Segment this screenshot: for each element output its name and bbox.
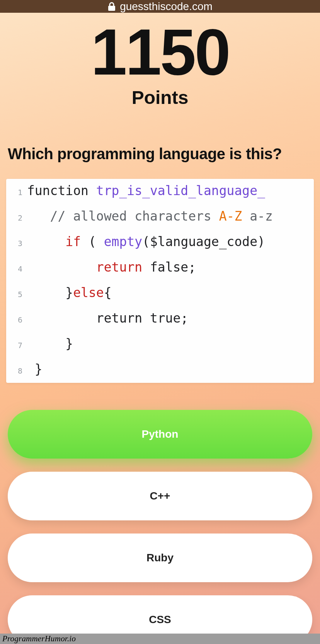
line-number: 8 — [6, 357, 27, 383]
answer-button[interactable]: Ruby — [8, 534, 312, 582]
code-line: 7 } — [6, 332, 314, 357]
code-line: 5 }else{ — [6, 281, 314, 306]
code-snippet: 1function trp_is_valid_language_2 // all… — [6, 179, 314, 383]
svg-rect-0 — [108, 6, 115, 11]
line-number: 7 — [6, 332, 27, 357]
lock-icon — [107, 2, 116, 11]
code-line: 8 } — [6, 357, 314, 383]
line-number: 6 — [6, 306, 27, 332]
code-line: 6 return true; — [6, 306, 314, 332]
line-number: 4 — [6, 255, 27, 281]
code-content: if ( empty($language_code) — [27, 230, 314, 255]
code-content: return true; — [27, 306, 314, 332]
code-content: } — [27, 332, 314, 357]
answer-button[interactable]: Python — [8, 410, 312, 459]
answer-button[interactable]: C++ — [8, 472, 312, 520]
code-line: 4 return false; — [6, 255, 314, 281]
line-number: 1 — [6, 179, 27, 204]
watermark: ProgrammerHumor.io — [0, 634, 320, 644]
code-content: // allowed characters A-Z a-z — [27, 204, 314, 230]
browser-address-bar[interactable]: guessthiscode.com — [0, 0, 320, 13]
answer-list: PythonC++RubyCSS — [6, 410, 314, 644]
code-line: 3 if ( empty($language_code) — [6, 230, 314, 255]
code-content: }else{ — [27, 281, 314, 306]
page-content: 1150 Points Which programming language i… — [0, 13, 320, 644]
code-line: 2 // allowed characters A-Z a-z — [6, 204, 314, 230]
line-number: 3 — [6, 230, 27, 255]
score-value: 1150 — [6, 20, 314, 85]
score-label: Points — [6, 87, 314, 108]
code-content: } — [27, 357, 314, 383]
score-block: 1150 Points — [6, 13, 314, 108]
code-content: return false; — [27, 255, 314, 281]
line-number: 5 — [6, 281, 27, 306]
line-number: 2 — [6, 204, 27, 230]
browser-domain: guessthiscode.com — [120, 0, 213, 13]
code-line: 1function trp_is_valid_language_ — [6, 179, 314, 204]
question-heading: Which programming language is this? — [6, 145, 314, 163]
code-content: function trp_is_valid_language_ — [27, 179, 314, 204]
